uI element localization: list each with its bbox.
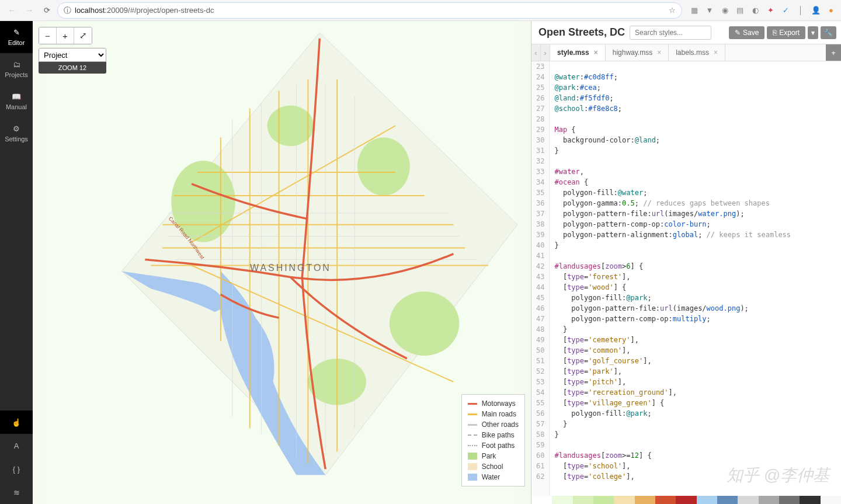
palette-swatch[interactable] [676, 496, 696, 504]
project-title: Open Streets, DC [536, 26, 625, 39]
settings-button[interactable]: 🔧 [821, 26, 836, 39]
ext-icon[interactable]: ✦ [765, 5, 776, 16]
sidebar-label: Manual [6, 103, 27, 110]
palette-swatch[interactable] [552, 496, 572, 504]
close-icon[interactable]: × [657, 48, 661, 57]
reload-button[interactable]: ⟳ [40, 4, 54, 18]
gear-icon: ⚙ [13, 124, 20, 133]
sidebar-item-manual[interactable]: 📖 Manual [0, 85, 33, 117]
sidebar-label: Editor [8, 39, 25, 46]
save-button[interactable]: ✎Save [729, 26, 764, 39]
city-label: WASHINGTON [250, 263, 331, 273]
legend-row: Park [468, 451, 519, 461]
palette-swatch[interactable] [821, 496, 841, 504]
add-tab-button[interactable]: + [826, 44, 841, 61]
ext-icon[interactable]: │ [795, 5, 806, 16]
export-icon: ⎘ [773, 29, 777, 37]
tab-scroll-right[interactable]: › [541, 44, 550, 61]
palette-swatch[interactable] [614, 496, 634, 504]
palette-swatch[interactable] [759, 496, 779, 504]
legend-row: Foot paths [468, 440, 519, 451]
export-dropdown[interactable]: ▾ [808, 26, 818, 39]
book-icon: 📖 [12, 92, 21, 101]
pencil-icon: ✎ [13, 28, 20, 37]
tool-font[interactable]: A [0, 434, 33, 457]
palette-swatch[interactable] [635, 496, 655, 504]
tool-data[interactable]: { } [0, 457, 33, 481]
map-legend: MotorwaysMain roadsOther roadsBike paths… [461, 394, 525, 486]
map-panel[interactable]: WASHINGTON Canal Road Northwest − + ⤢ Pr… [33, 21, 531, 504]
palette-swatch[interactable] [531, 496, 552, 504]
ext-icon[interactable]: ✓ [780, 5, 791, 16]
sidebar-label: Settings [5, 135, 28, 142]
address-bar[interactable]: ⓘ localhost:20009/#/project/open-streets… [57, 2, 682, 19]
project-dropdown[interactable]: Project [39, 48, 106, 62]
search-styles-input[interactable] [630, 26, 711, 40]
ext-icon[interactable]: ▤ [735, 5, 745, 16]
code-content[interactable]: @water:#c0d8ff;@park:#cea;@land:#f5fdf0;… [550, 61, 795, 504]
tab-labels-mss[interactable]: labels.mss× [669, 44, 725, 61]
zoom-out-button[interactable]: − [39, 27, 57, 44]
svg-point-4 [390, 291, 460, 356]
browser-toolbar: ← → ⟳ ⓘ localhost:20009/#/project/open-s… [0, 0, 841, 21]
profile-icon[interactable]: 👤 [811, 5, 821, 16]
svg-point-5 [267, 105, 314, 146]
tool-layers[interactable]: ≋ [0, 481, 33, 504]
folder-icon: 🗂 [13, 60, 20, 69]
editor-header: Open Streets, DC ✎Save ⎘Export ▾ 🔧 [531, 21, 841, 44]
legend-row: School [468, 461, 519, 472]
close-icon[interactable]: × [594, 48, 598, 57]
pencil-icon: ✎ [735, 29, 741, 37]
sidebar-item-settings[interactable]: ⚙ Settings [0, 117, 33, 150]
tab-style-mss[interactable]: style.mss× [550, 44, 606, 61]
editor-panel: Open Streets, DC ✎Save ⎘Export ▾ 🔧 ‹ › s… [531, 21, 841, 504]
svg-point-3 [357, 137, 410, 196]
close-icon[interactable]: × [714, 48, 718, 57]
sidebar-item-editor[interactable]: ✎ Editor [0, 21, 33, 53]
palette-swatch[interactable] [697, 496, 717, 504]
sidebar-item-projects[interactable]: 🗂 Projects [0, 53, 33, 85]
legend-row: Water [468, 472, 519, 482]
palette-swatch[interactable] [800, 496, 820, 504]
palette-swatch[interactable] [738, 496, 758, 504]
star-icon[interactable]: ☆ [669, 6, 676, 15]
code-editor[interactable]: 2324252627282930313233343536373839404142… [531, 61, 841, 504]
url-text: localhost:20009/#/project/open-streets-d… [75, 6, 214, 15]
ext-icon[interactable]: ● [826, 5, 836, 16]
color-palette [531, 496, 841, 504]
line-gutter: 2324252627282930313233343536373839404142… [531, 61, 550, 504]
palette-swatch[interactable] [717, 496, 738, 504]
zoom-in-button[interactable]: + [57, 27, 74, 44]
ext-icon[interactable]: ◉ [720, 5, 730, 16]
palette-swatch[interactable] [573, 496, 593, 504]
back-button[interactable]: ← [5, 4, 19, 18]
legend-row: Motorways [468, 398, 519, 409]
export-button[interactable]: ⎘Export [767, 26, 805, 39]
ext-icon[interactable]: ◐ [750, 5, 760, 16]
editor-tabs: ‹ › style.mss×highway.mss×labels.mss× + [531, 44, 841, 61]
legend-row: Other roads [468, 419, 519, 430]
ext-icon[interactable]: ▼ [704, 5, 715, 16]
forward-button[interactable]: → [22, 4, 36, 18]
legend-row: Bike paths [468, 430, 519, 440]
legend-row: Main roads [468, 409, 519, 419]
tab-highway-mss[interactable]: highway.mss× [606, 44, 669, 61]
left-sidebar: ✎ Editor 🗂 Projects 📖 Manual ⚙ Settings … [0, 21, 33, 504]
tool-pointer[interactable]: ☝ [0, 411, 33, 434]
tab-scroll-left[interactable]: ‹ [531, 44, 541, 61]
palette-swatch[interactable] [593, 496, 614, 504]
extension-icons: ▦ ▼ ◉ ▤ ◐ ✦ ✓ │ 👤 ● [686, 5, 836, 16]
info-icon: ⓘ [64, 5, 71, 16]
ext-icon[interactable]: ▦ [689, 5, 700, 16]
zoom-controls: − + ⤢ [39, 27, 92, 44]
palette-swatch[interactable] [779, 496, 800, 504]
palette-swatch[interactable] [655, 496, 676, 504]
fullscreen-button[interactable]: ⤢ [74, 27, 92, 44]
zoom-badge: ZOOM 12 [39, 62, 106, 74]
sidebar-label: Projects [5, 71, 28, 78]
map-canvas[interactable]: WASHINGTON Canal Road Northwest [33, 21, 531, 504]
